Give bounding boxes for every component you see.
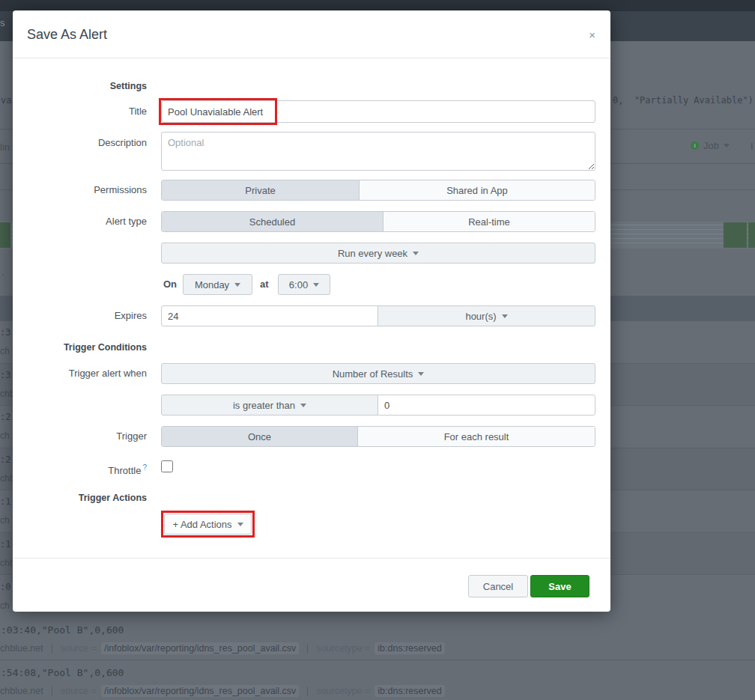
add-actions-button[interactable]: + Add Actions: [164, 514, 252, 535]
top-navbar: [0, 0, 755, 11]
event-meta-row: chblue.net source = /infoblox/var/report…: [0, 685, 445, 697]
throttle-checkbox[interactable]: [161, 460, 173, 472]
save-as-alert-modal: Save As Alert × Settings Title Descripti…: [13, 10, 610, 612]
field-separator: [52, 644, 52, 654]
trigger-each-result-option[interactable]: For each result: [358, 427, 595, 446]
permissions-label: Permissions: [13, 180, 147, 201]
trigger-once-option[interactable]: Once: [162, 427, 358, 446]
timeline-controls-fragment: .: [1, 267, 4, 278]
alert-type-scheduled-option[interactable]: Scheduled: [162, 212, 383, 231]
chevron-down-icon: [413, 252, 419, 255]
chevron-down-icon: [300, 404, 306, 407]
close-icon[interactable]: ×: [589, 28, 595, 41]
expires-unit-dropdown[interactable]: hour(s): [378, 305, 595, 326]
trigger-when-label: Trigger alert when: [13, 363, 147, 384]
field-separator: [307, 687, 308, 696]
event-raw-text: :54:08,"Pool B",0,600: [1, 667, 124, 678]
alert-type-toggle: Scheduled Real-time: [161, 211, 595, 232]
job-menu-label: Job: [703, 140, 719, 151]
timeline-bar[interactable]: [724, 222, 747, 248]
trigger-label: Trigger: [13, 426, 147, 447]
throttle-label: Throttle?: [13, 462, 147, 477]
sourcetype-field-value[interactable]: ib:dns:reserved: [375, 685, 444, 697]
trigger-actions-section-header: Trigger Actions: [13, 493, 147, 503]
chevron-down-icon: [234, 283, 240, 287]
on-label: On: [163, 274, 177, 295]
event-time-fragment: :1: [0, 496, 10, 507]
sourcetype-field-label: sourcetype =: [316, 686, 370, 696]
event-host-fragment: ch: [0, 515, 10, 526]
settings-section-header: Settings: [13, 81, 147, 91]
source-field-value[interactable]: /infoblox/var/reporting/idns_res_pool_av…: [101, 685, 299, 697]
toolbar-next-item-fragment: I: [751, 141, 754, 152]
description-label: Description: [13, 132, 147, 154]
field-separator: [52, 687, 52, 696]
timeline-bar[interactable]: [748, 222, 755, 248]
expires-input[interactable]: [161, 305, 378, 326]
trigger-when-dropdown[interactable]: Number of Results: [161, 363, 595, 384]
comparator-value: is greater than: [233, 400, 295, 411]
at-label: at: [260, 274, 269, 295]
description-textarea[interactable]: [161, 132, 595, 171]
chevron-down-icon: [502, 314, 508, 318]
modal-footer-divider: [13, 558, 610, 559]
throttle-label-text: Throttle: [108, 465, 141, 476]
chevron-down-icon: [418, 372, 424, 376]
event-raw-text: :03:40,"Pool B",0,600: [1, 624, 124, 636]
permissions-toggle: Private Shared in App: [161, 180, 595, 201]
trigger-conditions-section-header: Trigger Conditions: [13, 342, 147, 353]
sourcetype-field-value[interactable]: ib:dns:reserved: [375, 642, 444, 654]
chevron-down-icon: [724, 144, 730, 147]
save-button[interactable]: Save: [530, 575, 589, 597]
modal-title: Save As Alert: [27, 27, 107, 43]
event-host-fragment: ch: [0, 430, 10, 441]
event-divider: [0, 660, 755, 660]
event-host-fragment: ch: [0, 600, 10, 611]
expires-label: Expires: [13, 305, 147, 326]
event-time-fragment: :3: [0, 370, 10, 380]
screen: s vai 0, "Partially Available") | lin i …: [0, 0, 755, 700]
threshold-input[interactable]: [378, 395, 595, 416]
run-every-dropdown[interactable]: Run every week: [161, 243, 595, 264]
run-every-label: Run every week: [338, 248, 407, 259]
day-value: Monday: [195, 279, 229, 290]
event-time-fragment: :2: [0, 454, 10, 465]
source-field-label: source =: [61, 643, 97, 654]
chevron-down-icon: [313, 283, 319, 287]
event-count-fragment: lin: [0, 141, 10, 153]
event-host[interactable]: chblue.net: [0, 686, 43, 696]
title-input[interactable]: [161, 100, 595, 123]
event-meta-row: chblue.net source = /infoblox/var/report…: [0, 642, 445, 654]
search-query-fragment-right: 0, "Partially Available") |: [613, 95, 755, 106]
trigger-toggle: Once For each result: [161, 426, 595, 447]
event-host-fragment: ch: [0, 346, 10, 356]
alert-type-label: Alert type: [13, 211, 147, 232]
permissions-shared-option[interactable]: Shared in App: [360, 180, 595, 200]
help-icon[interactable]: ?: [142, 463, 147, 472]
sourcetype-field-label: sourcetype =: [316, 643, 370, 654]
event-host[interactable]: chblue.net: [0, 643, 43, 654]
chevron-down-icon: [237, 523, 243, 526]
event-time-fragment: :0: [0, 582, 10, 592]
event-time-fragment: :3: [0, 327, 10, 338]
app-bar-text-fragment: s: [0, 17, 5, 28]
source-field-label: source =: [61, 686, 97, 696]
timeline-bar[interactable]: [0, 222, 10, 248]
expires-unit-value: hour(s): [465, 311, 496, 322]
modal-header-divider: [13, 58, 610, 58]
time-dropdown[interactable]: 6:00: [278, 274, 330, 295]
alert-type-realtime-option[interactable]: Real-time: [383, 212, 595, 231]
job-menu[interactable]: i Job: [691, 140, 730, 151]
event-time-fragment: :1: [0, 539, 10, 550]
trigger-when-value: Number of Results: [333, 368, 413, 380]
add-actions-label: + Add Actions: [172, 519, 231, 530]
job-info-icon: i: [691, 141, 699, 150]
comparator-dropdown[interactable]: is greater than: [161, 395, 378, 416]
source-field-value[interactable]: /infoblox/var/reporting/idns_res_pool_av…: [101, 642, 299, 654]
permissions-private-option[interactable]: Private: [162, 180, 360, 200]
field-separator: [307, 644, 308, 654]
cancel-button[interactable]: Cancel: [468, 575, 528, 597]
day-dropdown[interactable]: Monday: [183, 274, 252, 295]
event-time-fragment: :2: [0, 412, 10, 422]
title-label: Title: [13, 100, 147, 123]
